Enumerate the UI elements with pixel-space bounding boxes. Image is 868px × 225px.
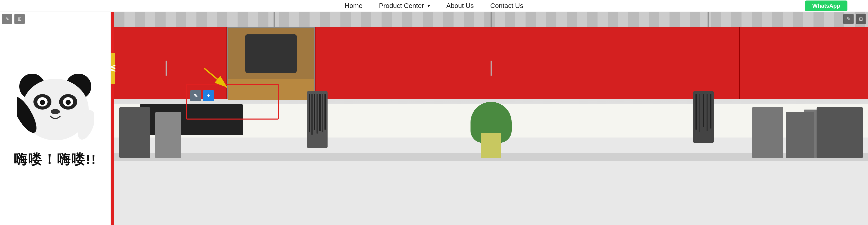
knife-1 (309, 94, 310, 133)
chevron-down-icon: ▾ (428, 3, 430, 9)
appliance-coffee-machine (119, 107, 150, 158)
svg-line-13 (204, 68, 227, 87)
navbar: Home Product Center ▾ About Us Contact U… (0, 0, 868, 12)
pencil-edit-icon: ✎ (194, 92, 198, 99)
knife-4 (316, 94, 318, 134)
svg-point-7 (40, 100, 45, 105)
nav-item-about-us[interactable]: About Us (438, 0, 482, 12)
knife-7 (324, 94, 326, 130)
plus-icon: + (207, 93, 210, 99)
panda-image: 嗨喽！嗨喽!! (6, 65, 104, 173)
right-crop-icon-btn[interactable]: ⊞ (856, 14, 866, 24)
svg-point-9 (51, 109, 60, 114)
right-edit-icon-btn[interactable]: ✎ (843, 14, 854, 24)
cabinet-right (739, 27, 868, 99)
cabinet-handle (165, 61, 166, 76)
r-knife-4 (707, 94, 708, 131)
add-element-button[interactable]: + (203, 90, 214, 101)
svg-point-8 (66, 100, 71, 105)
counter-body (114, 161, 868, 225)
cabinet-handle-mid (491, 61, 492, 76)
right-tools: ✎ ⊞ (843, 14, 866, 24)
nav-contact-us-label: Contact Us (490, 2, 524, 10)
appliance-oven (816, 107, 863, 158)
r-knife-2 (699, 94, 701, 133)
appliance-pressure-cooker (786, 112, 814, 158)
cabinet-middle (315, 27, 739, 99)
left-panel-tools: ✎ ⊞ (2, 14, 25, 24)
nav-home-label: Home (345, 2, 363, 10)
whatsapp-button[interactable]: WhatsApp (805, 1, 847, 11)
panda-svg (17, 69, 94, 146)
whatsapp-label: WhatsApp (812, 3, 840, 9)
pencil-icon: ✎ (5, 16, 9, 22)
red-sidebar-label: W (111, 53, 115, 84)
red-sidebar-accent (111, 12, 114, 225)
nav-item-product-center[interactable]: Product Center ▾ (371, 0, 438, 12)
crop-icon: ⊞ (18, 16, 22, 22)
right-crop-icon: ⊞ (859, 16, 863, 22)
nav-about-us-label: About Us (446, 2, 474, 10)
nav-product-center-label: Product Center (379, 2, 424, 10)
nav-item-home[interactable]: Home (337, 0, 371, 12)
nav-links: Home Product Center ▾ About Us Contact U… (337, 0, 532, 12)
red-highlight-box (186, 84, 279, 119)
r-knife-5 (710, 94, 711, 128)
nav-item-contact-us[interactable]: Contact Us (482, 0, 532, 12)
panda-caption: 嗨喽！嗨喽!! (14, 151, 97, 168)
appliance-toaster (752, 107, 783, 158)
edit-pencil-button[interactable]: ✎ (190, 90, 201, 101)
r-knife-3 (703, 94, 704, 127)
kitchen-background: ✎ + ✎ ⊞ (114, 12, 868, 225)
knife-rack-right (693, 91, 714, 143)
main-content: ✎ ⊞ (0, 12, 868, 225)
crop-icon-btn[interactable]: ⊞ (14, 14, 25, 24)
flower-arrangement (470, 102, 512, 158)
flower-vase (481, 133, 501, 158)
r-knife-1 (695, 94, 697, 130)
knife-6 (322, 94, 323, 133)
knife-rack (307, 91, 328, 148)
knife-3 (314, 94, 315, 130)
appliance-blender-left (155, 112, 181, 158)
left-panel: ✎ ⊞ (0, 12, 111, 225)
knife-2 (311, 94, 313, 135)
right-pencil-icon: ✎ (847, 16, 850, 22)
arrow-indicator (202, 66, 232, 91)
knife-5 (319, 94, 321, 131)
edit-controls-overlay: ✎ + (190, 90, 214, 101)
edit-icon-btn[interactable]: ✎ (2, 14, 12, 24)
cabinet-appliance (245, 34, 297, 73)
cabinet-open-inner (228, 28, 314, 79)
